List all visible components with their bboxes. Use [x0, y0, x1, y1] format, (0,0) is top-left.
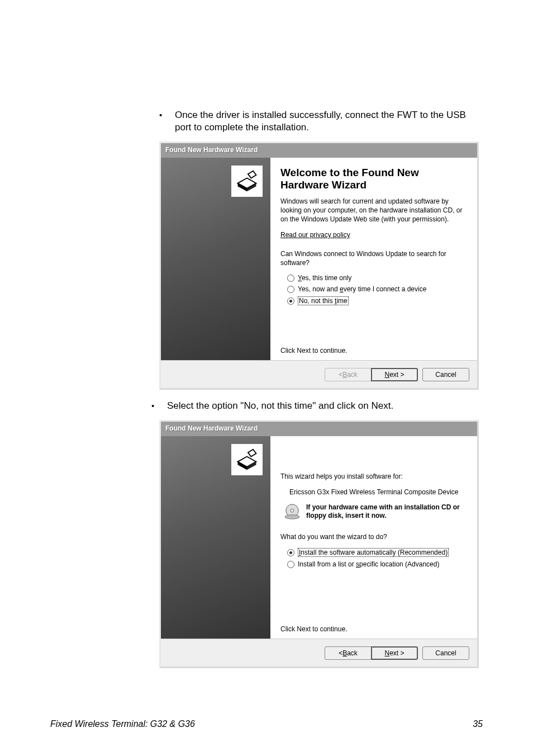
click-next-text: Click Next to continue. [280, 347, 347, 355]
cancel-button[interactable]: Cancel [422, 646, 469, 660]
bullet-icon: • [151, 400, 167, 412]
svg-point-8 [285, 515, 299, 519]
instruction-text: Select the option "No, not this time" an… [167, 400, 393, 412]
device-icon [231, 166, 263, 197]
device-name-text: Ericsson G3x Fixed Wireless Terminal Com… [289, 488, 469, 497]
cancel-button[interactable]: Cancel [422, 368, 469, 381]
wizard-sidebar-image [161, 158, 270, 360]
wizard-helps-text: This wizard helps you install software f… [280, 472, 469, 481]
instruction-text: Once the driver is installed successfull… [175, 109, 483, 134]
svg-point-7 [291, 509, 294, 512]
device-icon [231, 444, 263, 475]
window-titlebar[interactable]: Found New Hardware Wizard [161, 143, 477, 158]
found-new-hardware-wizard-2: Found New Hardware Wizard This wizard he… [159, 420, 479, 668]
next-button[interactable]: Next > [371, 646, 418, 660]
wizard-question: Can Windows connect to Windows Update to… [280, 249, 469, 267]
wizard-intro-text: Windows will search for current and upda… [280, 197, 469, 224]
back-button[interactable]: < Back [325, 646, 372, 660]
radio-yes-every-time[interactable]: Yes, now and every time I connect a devi… [287, 285, 469, 293]
wizard-heading: Welcome to the Found New Hardware Wizard [280, 167, 469, 191]
cd-hint-text: If your hardware came with an installati… [306, 503, 469, 520]
radio-install-auto[interactable]: Install the software automatically (Reco… [287, 548, 469, 557]
window-titlebar[interactable]: Found New Hardware Wizard [161, 422, 477, 436]
click-next-text: Click Next to continue. [280, 625, 347, 633]
radio-install-specific[interactable]: Install from a list or specific location… [287, 560, 469, 568]
found-new-hardware-wizard-1: Found New Hardware Wizard Welcome to the… [159, 141, 479, 390]
back-button: < Back [325, 368, 372, 381]
radio-yes-this-time[interactable]: Yes, this time only [287, 274, 469, 282]
radio-no-not-this-time[interactable]: No, not this time [287, 296, 469, 305]
page-number: 35 [473, 719, 483, 729]
privacy-policy-link[interactable]: Read our privacy policy [280, 231, 350, 239]
footer-title: Fixed Wireless Terminal: G32 & G36 [50, 719, 195, 729]
next-button[interactable]: Next > [371, 368, 418, 381]
cd-icon [284, 503, 301, 520]
wizard-sidebar-image [161, 436, 270, 639]
wizard-question: What do you want the wizard to do? [280, 532, 469, 541]
bullet-icon: • [159, 109, 175, 134]
